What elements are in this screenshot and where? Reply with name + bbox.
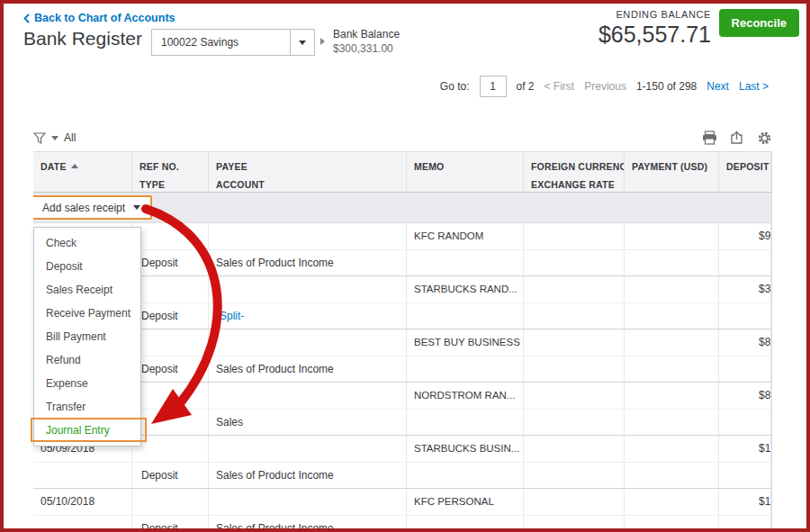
transaction-row[interactable]: 05/10/2018 KFC PERSONAL $1 Deposit Sales… bbox=[33, 489, 771, 528]
menu-item-check[interactable]: Check bbox=[34, 231, 140, 255]
table-toolbar: All bbox=[33, 126, 772, 149]
filter-caret-icon bbox=[51, 136, 58, 140]
transaction-row[interactable]: NORDSTROM RAN... $8 Sales bbox=[33, 383, 771, 436]
column-header-date[interactable]: DATE bbox=[33, 152, 132, 192]
ending-balance-value: $65,557.71 bbox=[598, 22, 711, 48]
column-header-foreign-currency[interactable]: FOREIGN CURRENC EXCHANGE RATE bbox=[524, 152, 625, 192]
txn-memo: STARBUCKS RAND... bbox=[414, 284, 518, 294]
collapse-arrow-icon bbox=[320, 38, 325, 45]
txn-deposit: $8 bbox=[759, 336, 770, 348]
column-header-memo[interactable]: MEMO bbox=[407, 152, 524, 192]
txn-account: Sales of Product Income bbox=[216, 363, 334, 375]
txn-account: Sales of Product Income bbox=[216, 469, 334, 482]
menu-item-sales-receipt[interactable]: Sales Receipt bbox=[34, 278, 140, 302]
txn-type: Deposit bbox=[141, 257, 178, 269]
table-header-row: DATE REF NO. TYPE PAYEE ACCOUNT MEMO FOR… bbox=[33, 151, 771, 193]
account-selector-value: 100022 Savings bbox=[152, 30, 290, 55]
txn-account: Sales of Product Income bbox=[216, 522, 334, 528]
bank-register-window: Back to Chart of Accounts Bank Register … bbox=[0, 0, 810, 532]
menu-item-refund[interactable]: Refund bbox=[34, 348, 140, 372]
back-chevron-icon bbox=[23, 14, 30, 23]
column-header-payee-account[interactable]: PAYEE ACCOUNT bbox=[209, 152, 407, 192]
txn-memo: KFC RANDOM bbox=[414, 230, 483, 241]
page-title: Bank Register bbox=[23, 28, 142, 50]
add-transaction-menu: Check Deposit Sales Receipt Receive Paym… bbox=[33, 227, 141, 446]
filter-all-label: All bbox=[64, 131, 76, 144]
txn-deposit: $9 bbox=[759, 230, 770, 242]
settings-gear-icon[interactable] bbox=[757, 131, 772, 146]
add-transaction-button[interactable]: Add sales receipt bbox=[33, 195, 152, 220]
menu-item-bill-payment[interactable]: Bill Payment bbox=[34, 325, 140, 348]
menu-item-journal-entry[interactable]: Journal Entry bbox=[34, 419, 140, 442]
register-table: DATE REF NO. TYPE PAYEE ACCOUNT MEMO FOR… bbox=[33, 151, 772, 528]
goto-label: Go to: bbox=[440, 80, 470, 93]
new-transaction-row: Add sales receipt bbox=[33, 193, 771, 223]
transaction-row[interactable]: BEST BUY BUSINESS $8 Deposit Sales of Pr… bbox=[33, 329, 771, 383]
previous-page-link[interactable]: Previous bbox=[584, 80, 626, 93]
transaction-row[interactable]: STARBUCKS RAND... $3 Deposit -Split- bbox=[33, 276, 771, 329]
split-link[interactable]: -Split- bbox=[216, 310, 244, 322]
page-of-label: of 2 bbox=[517, 80, 535, 93]
txn-deposit: $8 bbox=[759, 389, 770, 401]
menu-item-transfer[interactable]: Transfer bbox=[34, 395, 140, 419]
chevron-down-icon bbox=[290, 30, 314, 55]
txn-type: Deposit bbox=[141, 469, 178, 482]
txn-type: Deposit bbox=[141, 310, 178, 322]
account-selector[interactable]: 100022 Savings bbox=[151, 29, 315, 56]
txn-type: Deposit bbox=[141, 522, 178, 528]
back-link-label: Back to Chart of Accounts bbox=[34, 12, 176, 24]
txn-memo: BEST BUY BUSINESS bbox=[414, 337, 520, 347]
txn-type: Deposit bbox=[141, 363, 178, 375]
column-header-refno-type[interactable]: REF NO. TYPE bbox=[132, 152, 209, 192]
txn-deposit: $1 bbox=[759, 495, 770, 508]
pagination-bar: Go to: of 2 < First Previous 1-150 of 29… bbox=[440, 76, 769, 97]
txn-account: Sales bbox=[216, 416, 243, 428]
page-range-label: 1-150 of 298 bbox=[636, 80, 697, 93]
txn-account: Sales of Product Income bbox=[216, 257, 334, 269]
transaction-row[interactable]: 05/09/2018 STARBUCKS BUSIN... $1 Deposit… bbox=[33, 436, 771, 489]
menu-item-deposit[interactable]: Deposit bbox=[34, 255, 140, 278]
txn-deposit: $1 bbox=[759, 442, 770, 455]
column-header-payment[interactable]: PAYMENT (USD) bbox=[625, 152, 719, 192]
bank-balance-value: $300,331.00 bbox=[333, 41, 400, 56]
transaction-row[interactable]: KFC RANDOM $9 Deposit Sales of Product I… bbox=[33, 223, 771, 276]
ending-balance-label: ENDING BALANCE bbox=[598, 9, 711, 20]
add-transaction-label: Add sales receipt bbox=[42, 202, 125, 214]
filter-funnel-icon bbox=[33, 132, 46, 144]
txn-deposit: $3 bbox=[759, 283, 770, 295]
print-icon[interactable] bbox=[702, 131, 717, 145]
column-header-deposit[interactable]: DEPOSIT bbox=[719, 152, 771, 192]
menu-item-expense[interactable]: Expense bbox=[34, 372, 140, 395]
txn-memo: STARBUCKS BUSIN... bbox=[414, 443, 519, 454]
back-to-chart-link[interactable]: Back to Chart of Accounts bbox=[23, 12, 176, 24]
ending-balance: ENDING BALANCE $65,557.71 bbox=[598, 9, 711, 48]
menu-item-receive-payment[interactable]: Receive Payment bbox=[34, 302, 140, 325]
page-number-input[interactable] bbox=[480, 76, 507, 97]
export-icon[interactable] bbox=[730, 131, 744, 145]
txn-date: 05/10/2018 bbox=[40, 495, 94, 508]
last-page-link[interactable]: Last > bbox=[739, 80, 769, 93]
sort-ascending-icon bbox=[71, 164, 78, 168]
bank-balance-label: Bank Balance bbox=[333, 27, 400, 41]
first-page-link[interactable]: < First bbox=[544, 80, 575, 93]
next-page-link[interactable]: Next bbox=[706, 80, 729, 93]
filter-button[interactable]: All bbox=[33, 131, 76, 144]
txn-memo: KFC PERSONAL bbox=[414, 496, 494, 507]
bank-balance: Bank Balance $300,331.00 bbox=[333, 27, 400, 56]
add-transaction-caret-icon bbox=[133, 205, 140, 210]
txn-memo: NORDSTROM RAN... bbox=[414, 390, 515, 401]
reconcile-button[interactable]: Reconcile bbox=[719, 9, 799, 37]
